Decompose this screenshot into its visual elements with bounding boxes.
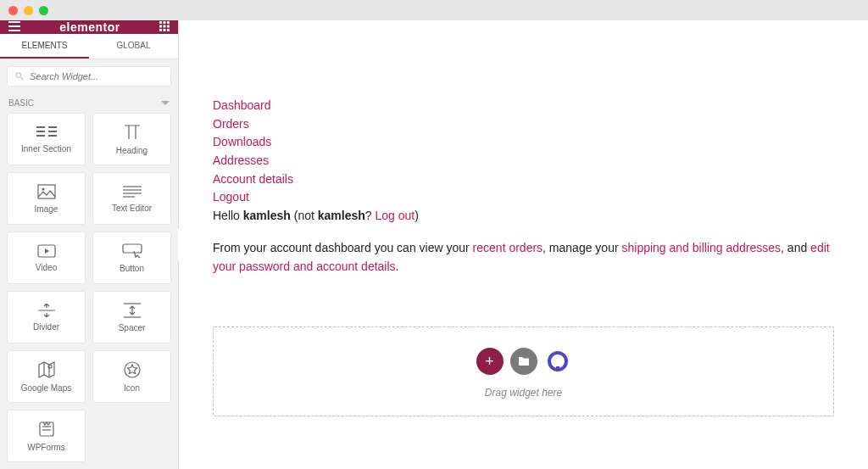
add-section-button[interactable]: +: [476, 348, 504, 375]
widget-label: Heading: [116, 146, 147, 155]
widget-button[interactable]: Button: [92, 232, 171, 284]
svg-rect-12: [36, 126, 45, 128]
close-window-dot[interactable]: [8, 6, 18, 15]
nav-dashboard[interactable]: Dashboard: [213, 97, 834, 115]
add-pro-button[interactable]: [544, 348, 571, 375]
widget-icon[interactable]: Icon: [92, 350, 171, 403]
svg-rect-5: [167, 21, 170, 24]
minimize-window-dot[interactable]: [24, 6, 33, 15]
folder-icon: [518, 356, 530, 366]
svg-rect-16: [48, 131, 57, 132]
svg-rect-3: [159, 21, 162, 24]
account-nav: Dashboard Orders Downloads Addresses Acc…: [213, 97, 834, 207]
svg-rect-34: [556, 366, 559, 371]
dashboard-description: From your account dashboard you can view…: [213, 239, 834, 276]
svg-rect-13: [36, 131, 45, 132]
logout-inline-link[interactable]: Log out: [375, 209, 415, 222]
woocommerce-account-block: Dashboard Orders Downloads Addresses Acc…: [213, 97, 834, 276]
search-input-container[interactable]: [7, 66, 171, 87]
search-input[interactable]: [30, 71, 164, 81]
search-icon: [14, 71, 25, 81]
widget-inner-section[interactable]: Inner Section: [7, 113, 86, 165]
dash-text-1: From your account dashboard you can view…: [213, 241, 473, 254]
widget-label: Text Editor: [112, 204, 152, 213]
svg-rect-14: [36, 135, 45, 137]
widget-label: Video: [36, 263, 57, 272]
widget-label: WPForms: [27, 443, 64, 452]
dash-text-3: , and: [781, 241, 810, 254]
svg-rect-15: [48, 126, 57, 128]
dash-text-4: .: [396, 260, 399, 273]
app-root: elementor ELEMENTS GLOBAL BASIC Inner Se…: [0, 20, 868, 469]
p-logo-icon: [546, 349, 570, 373]
svg-rect-2: [8, 30, 20, 31]
not-username: kamlesh: [318, 209, 365, 222]
svg-rect-6: [159, 25, 162, 28]
widget-spacer[interactable]: Spacer: [92, 291, 171, 343]
chevron-down-icon: [161, 101, 170, 106]
svg-rect-11: [167, 29, 170, 31]
widget-divider[interactable]: Divider: [7, 291, 86, 343]
elementor-sidebar: elementor ELEMENTS GLOBAL BASIC Inner Se…: [0, 20, 179, 469]
widget-label: Google Maps: [21, 383, 71, 393]
sidebar-tabs: ELEMENTS GLOBAL: [0, 34, 178, 59]
hello-username: kamlesh: [243, 209, 291, 222]
svg-rect-9: [159, 29, 162, 31]
svg-rect-8: [167, 25, 170, 28]
fullscreen-window-dot[interactable]: [39, 6, 48, 15]
svg-rect-17: [48, 135, 57, 137]
widget-heading[interactable]: Heading: [92, 113, 171, 165]
not-suffix: ?: [365, 209, 376, 222]
widget-label: Divider: [33, 322, 59, 332]
nav-logout[interactable]: Logout: [213, 188, 834, 207]
svg-rect-0: [8, 21, 20, 23]
svg-rect-18: [38, 185, 55, 198]
widget-wpforms[interactable]: WPForms: [7, 410, 86, 462]
widget-video[interactable]: Video: [7, 232, 86, 284]
widget-google-maps[interactable]: Google Maps: [7, 350, 86, 403]
svg-rect-4: [164, 21, 166, 24]
nav-addresses[interactable]: Addresses: [213, 152, 834, 170]
hello-line: Hello kamlesh (not kamlesh? Log out): [213, 207, 834, 226]
widget-label: Button: [120, 264, 144, 273]
add-template-button[interactable]: [510, 348, 537, 375]
nav-orders[interactable]: Orders: [213, 115, 834, 134]
recent-orders-link[interactable]: recent orders: [473, 241, 542, 254]
svg-rect-7: [164, 25, 166, 28]
hello-prefix: Hello: [213, 209, 243, 222]
svg-rect-10: [164, 29, 166, 31]
widget-label: Image: [35, 204, 58, 214]
search-wrap: [0, 59, 178, 93]
menu-icon[interactable]: [8, 20, 20, 34]
svg-point-19: [42, 187, 44, 190]
widget-label: Spacer: [119, 323, 146, 332]
widget-grid: Inner Section Heading Image Text Editor …: [0, 113, 178, 469]
brand-label: elementor: [20, 20, 159, 34]
svg-point-28: [48, 365, 52, 368]
widget-label: Inner Section: [21, 144, 71, 154]
window-traffic-lights: [0, 0, 868, 20]
category-label: BASIC: [8, 98, 34, 108]
editor-canvas[interactable]: Dashboard Orders Downloads Addresses Acc…: [179, 20, 868, 469]
svg-rect-25: [123, 244, 142, 253]
not-prefix: (not: [291, 209, 318, 222]
tab-global[interactable]: GLOBAL: [89, 34, 178, 59]
svg-rect-1: [8, 25, 20, 27]
tab-elements[interactable]: ELEMENTS: [0, 34, 89, 59]
shipping-billing-link[interactable]: shipping and billing addresses: [621, 241, 781, 254]
add-section-dropzone[interactable]: + Drag widget here: [213, 327, 834, 416]
dropzone-hint: Drag widget here: [485, 387, 562, 399]
dropzone-buttons: +: [476, 348, 571, 375]
apps-grid-icon[interactable]: [159, 20, 170, 34]
svg-rect-30: [40, 422, 53, 436]
nav-downloads[interactable]: Downloads: [213, 133, 834, 152]
sidebar-header: elementor: [0, 20, 178, 34]
nav-account-details[interactable]: Account details: [213, 170, 834, 189]
widget-label: Icon: [124, 383, 140, 393]
dash-text-2: , manage your: [542, 241, 621, 254]
widget-text-editor[interactable]: Text Editor: [92, 172, 171, 225]
category-basic[interactable]: BASIC: [0, 93, 178, 113]
hello-close: ): [415, 209, 419, 222]
widget-image[interactable]: Image: [7, 172, 86, 225]
